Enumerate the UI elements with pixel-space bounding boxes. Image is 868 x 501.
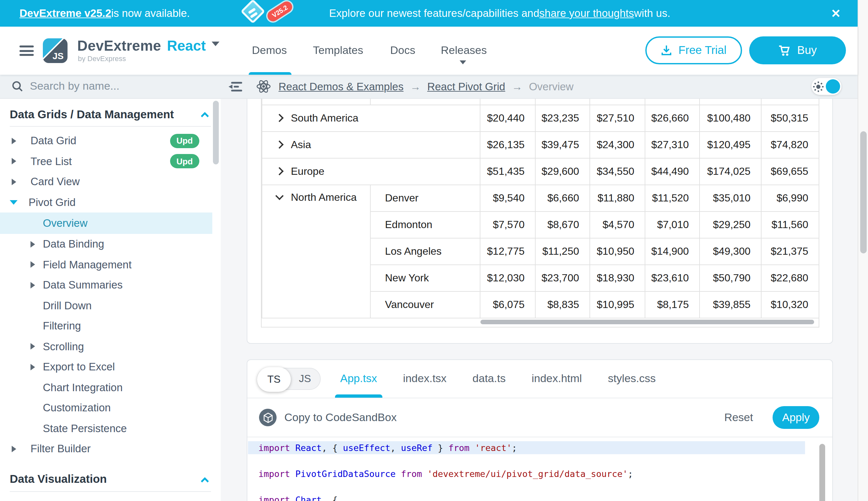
nav-docs[interactable]: Docs — [390, 26, 415, 75]
row-header-europe[interactable]: Europe — [262, 158, 480, 184]
expand-arrow-icon[interactable] — [31, 241, 35, 248]
tab-styles-css[interactable]: styles.css — [608, 360, 656, 398]
row-header-los-angeles: Los Angeles — [370, 238, 480, 265]
codesandbox-icon[interactable] — [259, 409, 277, 426]
sidebar-item-customization[interactable]: Customization — [0, 398, 221, 418]
collapse-sidebar-icon[interactable] — [229, 82, 242, 91]
sidebar-item-field-management[interactable]: Field Management — [0, 254, 221, 275]
expand-arrow-icon[interactable] — [31, 262, 35, 268]
row-header-asia[interactable]: Asia — [262, 131, 480, 158]
breadcrumb-pivot-grid-link[interactable]: React Pivot Grid — [427, 80, 505, 93]
js-toggle-label[interactable]: JS — [299, 373, 311, 385]
pivot-grid-table: South America $20,440 $23,235 $27,510 $2… — [262, 99, 819, 318]
sidebar-item-data-summaries[interactable]: Data Summaries — [0, 275, 221, 295]
sidebar-item-pivot-grid[interactable]: Pivot Grid — [0, 192, 221, 213]
sidebar-item-tree-list[interactable]: Tree ListUpd — [0, 151, 221, 172]
banner-version-link[interactable]: DevExtreme v25.2 — [20, 7, 111, 20]
sidebar-item-scrolling[interactable]: Scrolling — [0, 336, 221, 357]
cell: $50,315 — [761, 105, 819, 131]
byline: by DevExpress — [78, 55, 126, 62]
expand-arrow-icon[interactable] — [31, 282, 35, 288]
expand-arrow-icon[interactable] — [31, 343, 35, 350]
tab-index-html[interactable]: index.html — [532, 360, 582, 398]
ts-toggle-knob[interactable]: TS — [257, 367, 291, 392]
code-editor-scrollbar[interactable] — [819, 440, 825, 501]
sidebar-scrollbar[interactable] — [213, 101, 219, 164]
theme-toggle[interactable] — [812, 78, 842, 95]
free-trial-button[interactable]: Free Trial — [645, 36, 742, 64]
scrollbar-thumb[interactable] — [481, 319, 814, 324]
breadcrumb-separator: → — [512, 80, 522, 93]
cell: $39,855 — [700, 291, 761, 318]
share-thoughts-link[interactable]: share your thoughts — [539, 7, 634, 20]
copy-to-codesandbox-button[interactable]: Copy to CodeSandBox — [284, 411, 397, 424]
sidebar-item-filtering[interactable]: Filtering — [0, 316, 221, 336]
sidebar-item-chart-integration[interactable]: Chart Integration — [0, 377, 221, 398]
code-editor[interactable]: import React, { useEffect, useRef } from… — [248, 437, 832, 501]
row-header-north-america[interactable]: North America — [262, 184, 370, 318]
expand-arrow-icon[interactable] — [31, 364, 35, 370]
cell: $12,775 — [480, 238, 535, 265]
section-data-grids[interactable]: Data Grids / Data Management — [0, 103, 221, 126]
expand-row-icon[interactable] — [275, 167, 283, 175]
pivot-grid: South America $20,440 $23,235 $27,510 $2… — [261, 99, 819, 327]
sidebar-item-overview[interactable]: Overview — [0, 213, 212, 234]
cell: $4,570 — [590, 211, 645, 238]
nav-templates[interactable]: Templates — [313, 26, 363, 75]
sidebar-search[interactable] — [0, 75, 221, 99]
scrollbar-thumb[interactable] — [819, 444, 825, 501]
cell: $11,880 — [590, 184, 645, 211]
pivot-grid-demo-card: South America $20,440 $23,235 $27,510 $2… — [247, 99, 833, 344]
sidebar-item-export-to-excel[interactable]: Export to Excel — [0, 357, 221, 377]
banner-close-icon[interactable]: ✕ — [831, 0, 841, 26]
expand-arrow-icon[interactable] — [12, 179, 16, 185]
search-input[interactable] — [30, 80, 186, 93]
row-header-south-america[interactable]: South America — [262, 105, 480, 131]
cell: $120,495 — [700, 131, 761, 158]
tab-app-tsx[interactable]: App.tsx — [340, 360, 377, 398]
expand-row-icon[interactable] — [275, 140, 283, 149]
ts-js-toggle[interactable]: TS JS — [257, 368, 321, 390]
cell: $22,680 — [761, 265, 819, 291]
apply-button[interactable]: Apply — [772, 406, 819, 429]
tab-data-ts[interactable]: data.ts — [473, 360, 506, 398]
sidebar-item-state-persistence[interactable]: State Persistence — [0, 418, 221, 439]
expand-arrow-icon[interactable] — [12, 138, 16, 144]
buy-button[interactable]: Buy — [749, 36, 846, 64]
chevron-down-icon — [212, 42, 219, 50]
nav-demos[interactable]: Demos — [252, 26, 287, 75]
row-header-denver: Denver — [370, 184, 480, 211]
brand-wordmark[interactable]: DevExtremeReact — [77, 38, 219, 55]
pivot-horizontal-scrollbar[interactable] — [262, 318, 818, 327]
tab-index-tsx[interactable]: index.tsx — [403, 360, 446, 398]
sidebar-item-filter-builder[interactable]: Filter Builder — [0, 439, 221, 459]
reset-button[interactable]: Reset — [724, 411, 753, 424]
sidebar-item-data-grid[interactable]: Data GridUpd — [0, 131, 221, 151]
sidebar-item-data-binding[interactable]: Data Binding — [0, 234, 221, 254]
active-nav-indicator — [249, 72, 292, 75]
theme-toggle-knob[interactable] — [826, 79, 840, 94]
sidebar-item-drill-down[interactable]: Drill Down — [0, 295, 221, 316]
cell: $23,610 — [645, 265, 700, 291]
expand-row-icon[interactable] — [275, 114, 283, 122]
scrollbar-thumb[interactable] — [860, 131, 867, 253]
cell: $50,790 — [700, 265, 761, 291]
collapse-row-icon[interactable] — [275, 192, 283, 200]
expand-arrow-icon[interactable] — [12, 446, 16, 452]
expand-arrow-icon[interactable] — [12, 158, 16, 165]
hamburger-menu-icon[interactable] — [20, 45, 34, 56]
cell: $34,550 — [590, 158, 645, 184]
page-scrollbar[interactable] — [858, 0, 868, 501]
collapse-arrow-icon[interactable] — [10, 200, 18, 205]
sidebar-item-card-view[interactable]: Card View — [0, 172, 221, 192]
framework-selector[interactable]: React — [167, 38, 206, 54]
cell: $18,930 — [590, 265, 645, 291]
cell: $10,320 — [761, 291, 819, 318]
section-data-visualization[interactable]: Data Visualization — [0, 468, 221, 491]
cell: $100,480 — [700, 105, 761, 131]
breadcrumb-demos-link[interactable]: React Demos & Examples — [278, 80, 404, 93]
cell: $26,660 — [645, 105, 700, 131]
pivot-row-denver: North America Denver $9,540 $6,660 $11,8… — [262, 184, 819, 211]
cell: $29,600 — [535, 158, 590, 184]
devextreme-js-logo[interactable]: JS — [43, 38, 67, 63]
